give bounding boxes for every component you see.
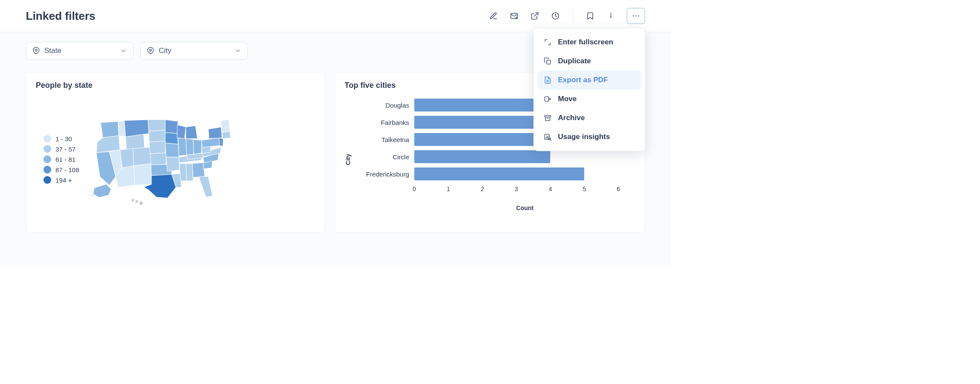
card-people-by-state: People by state 1 - 30 37 - 57 61 - 81 8… xyxy=(26,72,325,233)
menu-item-move[interactable]: Move xyxy=(537,90,641,108)
filter-label: City xyxy=(159,46,171,55)
bar-track xyxy=(414,167,635,180)
legend-label: 37 - 57 xyxy=(55,146,76,153)
svg-point-4 xyxy=(610,13,611,14)
svg-line-20 xyxy=(550,139,551,140)
more-actions-button[interactable] xyxy=(626,8,645,24)
filter-city[interactable]: City xyxy=(140,42,248,60)
menu-item-label: Archive xyxy=(558,114,585,122)
bar-row[interactable]: Fredericksburg xyxy=(354,167,635,180)
legend-swatch xyxy=(43,166,51,173)
legend-label: 61 - 81 xyxy=(55,156,76,163)
archive-icon xyxy=(543,114,552,122)
svg-point-7 xyxy=(635,15,637,17)
page-title: Linked filters xyxy=(26,9,96,23)
share-icon[interactable] xyxy=(530,11,540,21)
bar-label: Fairbanks xyxy=(354,119,414,126)
x-tick: 3 xyxy=(515,186,518,192)
x-tick: 2 xyxy=(481,186,484,192)
bar-fill xyxy=(414,99,550,111)
legend-swatch xyxy=(43,145,51,153)
menu-item-label: Move xyxy=(558,95,576,103)
us-map[interactable] xyxy=(92,112,238,207)
bar-fill xyxy=(414,167,584,180)
legend-label: 194 + xyxy=(55,177,72,184)
dashboard-body: Enter fullscreen Duplicate Export as PDF… xyxy=(0,32,671,265)
menu-item-duplicate[interactable]: Duplicate xyxy=(537,52,641,71)
map-legend: 1 - 30 37 - 57 61 - 81 87 - 108 194 + xyxy=(43,135,79,184)
x-tick: 6 xyxy=(617,186,620,192)
insights-icon xyxy=(543,133,552,141)
legend-label: 87 - 108 xyxy=(55,166,79,173)
x-tick: 4 xyxy=(549,186,552,192)
svg-rect-13 xyxy=(545,115,551,117)
header-bar: Linked filters xyxy=(0,0,671,32)
bar-label: Fredericksburg xyxy=(354,170,414,178)
y-axis-label: City xyxy=(345,154,351,165)
x-axis: 0123456 xyxy=(414,186,635,193)
bar-fill xyxy=(414,150,550,163)
subscription-icon[interactable] xyxy=(509,11,519,21)
legend-item: 194 + xyxy=(43,176,79,184)
legend-item: 87 - 108 xyxy=(43,166,79,173)
pin-icon xyxy=(147,47,154,55)
filter-state[interactable]: State xyxy=(26,42,133,60)
card-title: People by state xyxy=(36,81,315,90)
menu-item-label: Export as PDF xyxy=(558,76,608,84)
svg-rect-9 xyxy=(547,60,551,64)
x-tick: 0 xyxy=(413,186,416,192)
filter-label: State xyxy=(44,46,62,55)
duplicate-icon xyxy=(543,57,552,65)
x-tick: 5 xyxy=(582,186,586,192)
move-icon xyxy=(543,95,552,103)
document-icon xyxy=(543,76,552,84)
x-tick: 1 xyxy=(447,186,450,192)
legend-item: 1 - 30 xyxy=(43,135,79,142)
fullscreen-icon xyxy=(543,38,552,46)
menu-item-archive[interactable]: Archive xyxy=(537,108,641,127)
edit-pencil-icon[interactable] xyxy=(488,11,499,21)
map-content: 1 - 30 37 - 57 61 - 81 87 - 108 194 + xyxy=(36,97,315,222)
info-icon[interactable] xyxy=(606,11,616,21)
bar-track xyxy=(414,150,635,163)
bookmark-icon[interactable] xyxy=(585,11,595,21)
svg-point-21 xyxy=(35,49,37,51)
menu-item-export-pdf[interactable]: Export as PDF xyxy=(537,71,641,90)
svg-point-22 xyxy=(150,49,152,51)
svg-point-8 xyxy=(638,15,639,17)
legend-swatch xyxy=(43,135,51,142)
toolbar-divider xyxy=(573,10,573,22)
auto-refresh-icon[interactable] xyxy=(550,11,561,21)
bar-fill xyxy=(414,133,550,146)
legend-label: 1 - 30 xyxy=(55,135,72,142)
bar-label: Douglas xyxy=(354,102,414,109)
legend-swatch xyxy=(43,176,51,184)
menu-item-label: Duplicate xyxy=(558,57,591,65)
svg-point-25 xyxy=(139,201,143,205)
x-axis-label: Count xyxy=(414,204,635,211)
menu-item-enter-fullscreen[interactable]: Enter fullscreen xyxy=(537,33,641,52)
bar-label: Circle xyxy=(354,153,414,161)
chevron-down-icon xyxy=(234,47,241,54)
svg-point-6 xyxy=(633,15,634,17)
legend-swatch xyxy=(43,155,51,163)
legend-item: 61 - 81 xyxy=(43,155,79,163)
more-actions-menu: Enter fullscreen Duplicate Export as PDF… xyxy=(533,28,645,151)
svg-point-24 xyxy=(136,200,138,203)
menu-item-usage-insights[interactable]: Usage insights xyxy=(537,127,641,146)
header-actions xyxy=(488,8,645,24)
legend-item: 37 - 57 xyxy=(43,145,79,153)
bar-label: Talkeetna xyxy=(354,136,414,143)
bar-row[interactable]: Circle xyxy=(354,150,635,163)
svg-point-23 xyxy=(132,199,134,201)
pin-icon xyxy=(32,47,40,55)
svg-rect-12 xyxy=(545,97,549,102)
bar-fill xyxy=(414,116,550,129)
menu-item-label: Usage insights xyxy=(558,133,610,141)
chevron-down-icon xyxy=(120,47,127,54)
menu-item-label: Enter fullscreen xyxy=(558,38,613,46)
